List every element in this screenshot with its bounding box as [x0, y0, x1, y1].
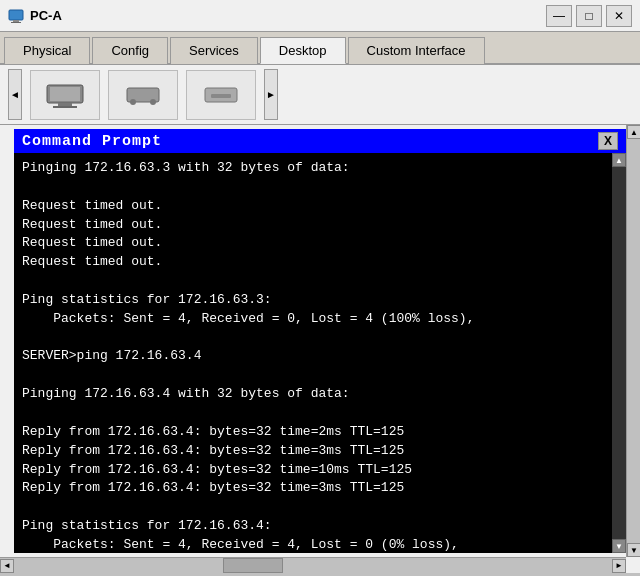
outer-scroll-up[interactable]: ▲	[627, 125, 640, 139]
h-scroll-right[interactable]: ►	[612, 559, 626, 573]
svg-rect-11	[211, 94, 231, 98]
svg-rect-4	[50, 87, 80, 101]
cmd-body[interactable]: Pinging 172.16.63.3 with 32 bytes of dat…	[14, 153, 626, 553]
tab-desktop[interactable]: Desktop	[260, 37, 346, 64]
title-bar: PC-A — □ ✕	[0, 0, 640, 32]
outer-scroll-down[interactable]: ▼	[627, 543, 640, 557]
device-icon-1[interactable]	[30, 70, 100, 120]
cmd-title-text: Command Prompt	[22, 133, 162, 150]
cmd-output: Pinging 172.16.63.3 with 32 bytes of dat…	[22, 159, 618, 553]
cmd-title-bar: Command Prompt X	[14, 129, 626, 153]
svg-rect-2	[11, 22, 21, 23]
cmd-close-button[interactable]: X	[598, 132, 618, 150]
svg-point-8	[130, 99, 136, 105]
tab-bar: Physical Config Services Desktop Custom …	[0, 32, 640, 65]
svg-point-9	[150, 99, 156, 105]
tab-custom-interface[interactable]: Custom Interface	[348, 37, 485, 64]
h-scroll-left[interactable]: ◄	[0, 559, 14, 573]
svg-rect-1	[13, 20, 19, 22]
device-icon-3[interactable]	[186, 70, 256, 120]
device-icon-2[interactable]	[108, 70, 178, 120]
toolbar-scroll-right[interactable]: ►	[264, 69, 278, 120]
tab-config[interactable]: Config	[92, 37, 168, 64]
outer-scrollbar: ▲ ▼	[626, 125, 640, 557]
title-bar-left: PC-A	[8, 8, 62, 24]
window-title: PC-A	[30, 8, 62, 23]
toolbar-area: ◄ ►	[0, 65, 640, 125]
cmd-scroll-up[interactable]: ▲	[612, 153, 626, 167]
horizontal-scrollbar: ◄ ►	[0, 557, 626, 573]
svg-rect-5	[58, 103, 72, 106]
pc-app-icon	[8, 8, 24, 24]
toolbar-scroll-left[interactable]: ◄	[8, 69, 22, 120]
cmd-window: Command Prompt X Pinging 172.16.63.3 wit…	[14, 129, 626, 553]
h-scroll-track	[14, 558, 612, 573]
cmd-scrollbar: ▲ ▼	[612, 153, 626, 553]
minimize-button[interactable]: —	[546, 5, 572, 27]
cmd-scroll-down[interactable]: ▼	[612, 539, 626, 553]
tab-services[interactable]: Services	[170, 37, 258, 64]
svg-rect-0	[9, 10, 23, 20]
tab-physical[interactable]: Physical	[4, 37, 90, 64]
content-area: ▲ ▼ Command Prompt X Pinging 172.16.63.3…	[0, 125, 640, 573]
close-button[interactable]: ✕	[606, 5, 632, 27]
svg-rect-6	[53, 106, 77, 108]
window-controls: — □ ✕	[546, 5, 632, 27]
maximize-button[interactable]: □	[576, 5, 602, 27]
h-scroll-thumb[interactable]	[223, 558, 283, 573]
